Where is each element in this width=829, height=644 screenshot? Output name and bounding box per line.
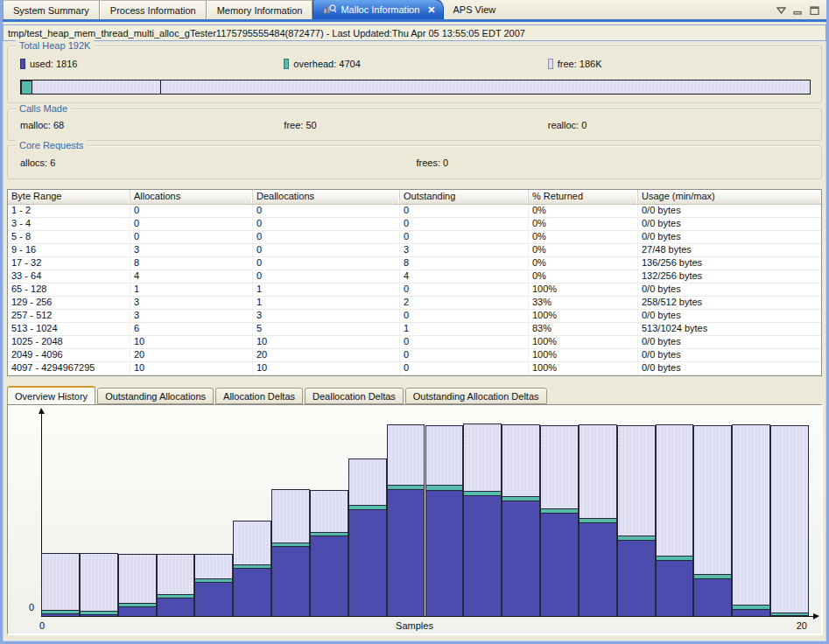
- chart-bar-free-segment: [194, 554, 233, 578]
- core-requests-group: Core Requests allocs: 6frees: 0: [7, 145, 822, 179]
- heap-legend-item-free: free: 186K: [548, 59, 811, 69]
- chart-bar-free-segment: [656, 424, 694, 556]
- table-cell: 0/0 bytes: [638, 349, 821, 361]
- view-tabbar: System SummaryProcess InformationMemory …: [3, 0, 826, 22]
- table-cell: 1: [130, 284, 253, 296]
- chart-bar-overhead-segment: [271, 542, 310, 546]
- table-cell: 100%: [529, 336, 638, 348]
- column-header--returned[interactable]: % Returned: [529, 190, 638, 204]
- view-tab-label: Memory Information: [217, 5, 303, 16]
- table-cell: 27/48 bytes: [638, 244, 821, 256]
- chart-bar-free-segment: [693, 425, 732, 574]
- chart-bar-free-segment: [540, 425, 579, 508]
- table-header-row: Byte RangeAllocationsDeallocationsOutsta…: [8, 190, 821, 205]
- table-cell: 0: [400, 218, 529, 230]
- table-cell: 20: [130, 349, 253, 361]
- x-axis-label: Samples: [396, 620, 433, 631]
- column-header-outstanding[interactable]: Outstanding: [400, 190, 529, 204]
- core-requests-values: allocs: 6frees: 0: [20, 158, 812, 168]
- process-path-and-updated: tmp/test_heap_mem_thread_multi_alloc_gTe…: [8, 28, 525, 38]
- table-row[interactable]: 129 - 25631233%258/512 bytes: [8, 297, 821, 310]
- table-cell: 1: [253, 284, 400, 296]
- chart-bar-used-segment: [502, 500, 540, 616]
- chart-bar-overhead-segment: [41, 610, 80, 613]
- close-tab-icon[interactable]: ✕: [427, 5, 435, 14]
- chart-bar-free-segment: [387, 424, 425, 485]
- chart-bar-overhead-segment: [80, 611, 118, 614]
- chart-bar-used-segment: [194, 582, 233, 616]
- table-cell: 3: [253, 310, 400, 322]
- table-row[interactable]: 65 - 128110100%0/0 bytes: [8, 284, 821, 297]
- table-body: 1 - 20000%0/0 bytes3 - 40000%0/0 bytes5 …: [8, 205, 821, 375]
- table-row[interactable]: 1025 - 204810100100%0/0 bytes: [8, 336, 821, 349]
- view-tab-malloc-information[interactable]: Malloc Information✕: [313, 0, 443, 19]
- byte-range-table: Byte RangeAllocationsDeallocationsOutsta…: [7, 189, 822, 376]
- view-tab-label: APS View: [453, 4, 496, 15]
- table-cell: 2: [400, 297, 529, 309]
- table-cell: 3: [130, 297, 253, 309]
- table-cell: 0%: [529, 270, 638, 283]
- chart-bar-overhead-segment: [617, 536, 656, 540]
- view-toolbar: [776, 5, 819, 15]
- x-axis: [41, 616, 814, 617]
- table-row[interactable]: 5 - 80000%0/0 bytes: [8, 231, 821, 244]
- chart-bar-overhead-segment: [425, 485, 464, 490]
- table-cell: 0: [253, 257, 400, 270]
- heap-legend-item-overhead: overhead: 4704: [284, 59, 547, 69]
- table-row[interactable]: 513 - 102465183%513/1024 bytes: [8, 323, 821, 336]
- table-cell: 5: [253, 323, 400, 335]
- view-tab-process-information[interactable]: Process Information: [100, 0, 207, 19]
- chart-bar-overhead-segment: [310, 532, 348, 536]
- table-row[interactable]: 3 - 40000%0/0 bytes: [8, 218, 821, 231]
- chart-bar-free-segment: [425, 425, 464, 485]
- view-tab-aps-view[interactable]: APS View: [444, 0, 506, 19]
- table-row[interactable]: 257 - 512330100%0/0 bytes: [8, 310, 821, 323]
- table-cell: 0/0 bytes: [638, 336, 821, 348]
- column-header-allocations[interactable]: Allocations: [130, 190, 253, 204]
- table-cell: 0/0 bytes: [638, 310, 821, 322]
- table-cell: 0: [400, 336, 529, 348]
- table-cell: 0: [253, 231, 400, 243]
- chart-bar-free-segment: [463, 424, 502, 491]
- history-tab-allocation-deltas[interactable]: Allocation Deltas: [215, 388, 303, 404]
- process-header-bar: tmp/test_heap_mem_thread_multi_alloc_gTe…: [3, 24, 826, 41]
- y-axis-arrow-icon: [39, 408, 45, 414]
- table-cell: 5 - 8: [8, 231, 130, 243]
- calls-made-free: free: 50: [284, 120, 547, 130]
- chart-bar-overhead-segment: [770, 612, 809, 615]
- table-row[interactable]: 17 - 328080%136/256 bytes: [8, 257, 821, 270]
- table-cell: 1: [253, 297, 400, 309]
- history-tab-outstanding-allocations[interactable]: Outstanding Allocations: [97, 388, 214, 404]
- table-row[interactable]: 9 - 163030%27/48 bytes: [8, 244, 821, 257]
- table-row[interactable]: 33 - 644040%132/256 bytes: [8, 270, 821, 284]
- view-tab-memory-information[interactable]: Memory Information: [207, 0, 313, 19]
- table-cell: 0: [400, 284, 529, 296]
- column-header-byte-range[interactable]: Byte Range: [8, 190, 130, 204]
- table-cell: 129 - 256: [8, 297, 130, 309]
- column-header-usage-min-max-[interactable]: Usage (min/max): [638, 190, 821, 204]
- table-row[interactable]: 2049 - 409620200100%0/0 bytes: [8, 349, 821, 362]
- chart-bar-used-segment: [579, 522, 617, 616]
- maximize-icon[interactable]: [809, 5, 819, 15]
- history-tab-deallocation-deltas[interactable]: Deallocation Deltas: [305, 388, 404, 404]
- table-cell: 0%: [529, 244, 638, 256]
- table-cell: 0: [253, 270, 400, 283]
- chart-bar-overhead-segment: [233, 564, 271, 568]
- table-cell: 8: [130, 257, 253, 270]
- view-menu-chevron-icon[interactable]: [776, 5, 786, 15]
- chart-bar-used-segment: [387, 489, 425, 616]
- chart-bar-used-segment: [41, 613, 80, 616]
- table-cell: 6: [130, 323, 253, 335]
- history-tab-outstanding-allocation-deltas[interactable]: Outstanding Allocation Deltas: [405, 388, 547, 404]
- calls-made-realloc: realloc: 0: [548, 120, 811, 130]
- table-cell: 100%: [529, 310, 638, 322]
- chart-bar-overhead-segment: [118, 603, 157, 606]
- view-tab-system-summary[interactable]: System Summary: [3, 0, 100, 19]
- table-row[interactable]: 1 - 20000%0/0 bytes: [8, 205, 821, 218]
- table-cell: 10: [130, 362, 253, 374]
- minimize-icon[interactable]: [792, 5, 803, 15]
- history-tab-overview-history[interactable]: Overview History: [7, 386, 95, 404]
- table-row[interactable]: 4097 - 429496729510100100%0/0 bytes: [8, 362, 821, 375]
- column-header-deallocations[interactable]: Deallocations: [253, 190, 400, 204]
- chart-bar-used-segment: [348, 509, 387, 616]
